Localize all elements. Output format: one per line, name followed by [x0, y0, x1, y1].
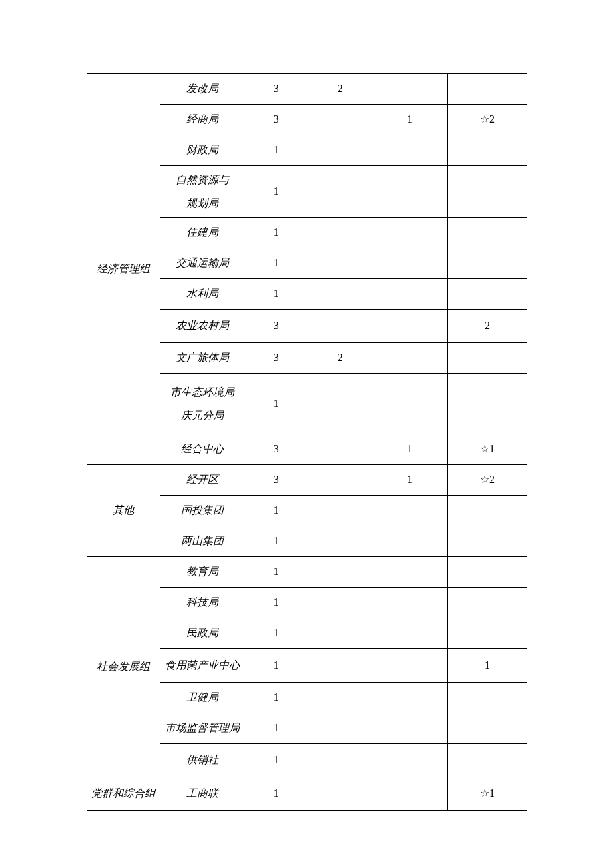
table-row: 社会发展组 教育局 1 [87, 557, 527, 588]
dept-cell: 自然资源与规划局 [160, 166, 244, 218]
value-cell [372, 496, 448, 526]
value-cell [372, 166, 448, 218]
value-cell: 1 [244, 248, 308, 279]
dept-cell: 水利局 [160, 279, 244, 310]
value-cell [372, 343, 448, 374]
value-cell: 1 [372, 465, 448, 496]
value-cell: 1 [244, 374, 308, 434]
dept-cell: 住建局 [160, 218, 244, 248]
dept-cell: 交通运输局 [160, 248, 244, 279]
value-cell: 1 [244, 218, 308, 248]
value-cell [447, 135, 527, 166]
value-cell: 1 [244, 135, 308, 166]
value-cell [308, 374, 372, 434]
value-cell: 1 [244, 588, 308, 618]
value-cell [308, 777, 372, 811]
value-cell [372, 777, 448, 811]
value-cell [447, 374, 527, 434]
value-cell [447, 618, 527, 649]
value-cell [308, 105, 372, 135]
group-cell: 党群和综合组 [87, 777, 160, 811]
dept-cell: 文广旅体局 [160, 343, 244, 374]
value-cell [308, 713, 372, 744]
value-cell [308, 248, 372, 279]
value-cell [372, 649, 448, 683]
dept-cell: 卫健局 [160, 683, 244, 713]
group-cell: 其他 [87, 465, 160, 557]
value-cell [447, 713, 527, 744]
value-cell: ☆2 [447, 465, 527, 496]
dept-cell: 民政局 [160, 618, 244, 649]
value-cell: ☆1 [447, 777, 527, 811]
dept-cell: 经合中心 [160, 434, 244, 465]
value-cell [372, 713, 448, 744]
value-cell [308, 310, 372, 343]
value-cell: 1 [244, 496, 308, 526]
value-cell [372, 279, 448, 310]
value-cell: 3 [244, 310, 308, 343]
dept-cell: 两山集团 [160, 526, 244, 557]
value-cell [372, 310, 448, 343]
table-row: 党群和综合组 工商联 1 ☆1 [87, 777, 527, 811]
value-cell: 3 [244, 74, 308, 105]
dept-cell: 市生态环境局庆元分局 [160, 374, 244, 434]
value-cell [447, 588, 527, 618]
value-cell: 1 [244, 618, 308, 649]
value-cell [308, 683, 372, 713]
value-cell: 1 [244, 649, 308, 683]
value-cell: 1 [244, 777, 308, 811]
value-cell: 3 [244, 343, 308, 374]
value-cell: ☆1 [447, 434, 527, 465]
dept-cell: 教育局 [160, 557, 244, 588]
group-cell: 社会发展组 [87, 557, 160, 777]
value-cell: 1 [244, 279, 308, 310]
value-cell [372, 248, 448, 279]
value-cell: 1 [372, 105, 448, 135]
value-cell: 1 [244, 557, 308, 588]
group-cell: 经济管理组 [87, 74, 160, 465]
value-cell [447, 744, 527, 777]
value-cell [447, 218, 527, 248]
value-cell [447, 557, 527, 588]
value-cell [447, 526, 527, 557]
dept-cell: 农业农村局 [160, 310, 244, 343]
dept-cell: 经商局 [160, 105, 244, 135]
value-cell [308, 618, 372, 649]
table-row: 其他 经开区 3 1 ☆2 [87, 465, 527, 496]
allocation-table: 经济管理组 发改局 3 2 经商局 3 1 ☆2 财政局 1 自然资源与规划局 … [87, 73, 527, 811]
value-cell: 2 [308, 343, 372, 374]
value-cell: 3 [244, 434, 308, 465]
value-cell [372, 218, 448, 248]
value-cell [308, 496, 372, 526]
value-cell [447, 166, 527, 218]
document-page: 经济管理组 发改局 3 2 经商局 3 1 ☆2 财政局 1 自然资源与规划局 … [0, 0, 614, 811]
value-cell [447, 74, 527, 105]
value-cell [372, 557, 448, 588]
value-cell [447, 496, 527, 526]
value-cell: 1 [372, 434, 448, 465]
value-cell: 2 [447, 310, 527, 343]
value-cell [447, 279, 527, 310]
dept-cell: 供销社 [160, 744, 244, 777]
value-cell: 3 [244, 105, 308, 135]
value-cell: 2 [308, 74, 372, 105]
dept-cell: 财政局 [160, 135, 244, 166]
value-cell: ☆2 [447, 105, 527, 135]
dept-cell: 科技局 [160, 588, 244, 618]
value-cell [372, 588, 448, 618]
value-cell: 3 [244, 465, 308, 496]
value-cell: 1 [447, 649, 527, 683]
value-cell [372, 135, 448, 166]
value-cell [447, 343, 527, 374]
value-cell [308, 166, 372, 218]
value-cell: 1 [244, 713, 308, 744]
value-cell [308, 279, 372, 310]
value-cell [308, 218, 372, 248]
value-cell [372, 683, 448, 713]
value-cell [308, 135, 372, 166]
value-cell [447, 248, 527, 279]
value-cell [372, 744, 448, 777]
value-cell [372, 526, 448, 557]
value-cell [308, 649, 372, 683]
value-cell [308, 434, 372, 465]
